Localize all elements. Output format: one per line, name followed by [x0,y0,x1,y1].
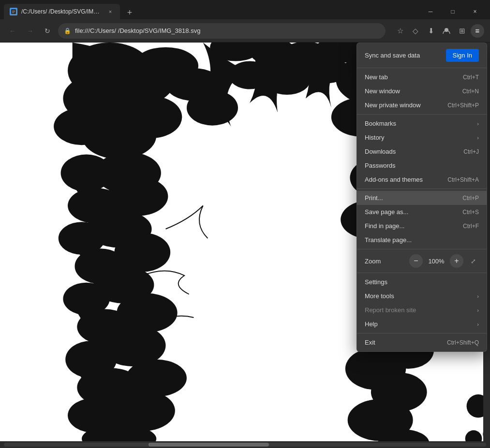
scrollbar-track [4,443,486,447]
passwords-item[interactable]: Passwords [357,159,487,173]
account-icon[interactable] [440,24,453,38]
app-menu-button[interactable]: ≡ [471,24,484,38]
lock-icon: 🔒 [64,28,71,34]
zoom-out-button[interactable]: − [409,254,423,268]
extensions-icon[interactable]: ⊞ [455,24,469,38]
save-page-item[interactable]: Save page as... Ctrl+S [357,205,487,219]
sign-in-button[interactable]: Sign In [446,49,479,62]
browser-frame: /C:/Users/ /Desktop/SVG/IMG... × + ─ □ ×… [0,0,490,448]
help-item[interactable]: Help › [357,317,487,331]
addons-item[interactable]: Add-ons and themes Ctrl+Shift+A [357,173,487,187]
zoom-expand-button[interactable]: ⤢ [467,255,479,267]
close-window-button[interactable]: × [464,4,486,19]
pocket-icon[interactable]: ◇ [409,24,422,38]
print-section: Print... Ctrl+P Save page as... Ctrl+S F… [357,189,487,249]
new-private-window-item[interactable]: New private window Ctrl+Shift+P [357,98,487,112]
sync-section: Sync and save data Sign In [357,43,487,68]
translate-page-item[interactable]: Translate page... [357,233,487,247]
bookmarks-item[interactable]: Bookmarks › [357,116,487,130]
toolbar-icons: ☆ ◇ ⬇ ⊞ ≡ [393,24,484,38]
bookmarks-section: Bookmarks › History › Downloads Ctrl+J P… [357,115,487,189]
tab-favicon [10,8,17,15]
zoom-in-button[interactable]: + [450,254,463,268]
new-tab-item[interactable]: New tab Ctrl+T [357,70,487,84]
exit-section: Exit Ctrl+Shift+Q [357,333,487,351]
find-in-page-item[interactable]: Find in page... Ctrl+F [357,219,487,233]
back-button[interactable]: ← [6,24,19,38]
window-controls: ─ □ × [419,4,486,19]
scrollbar-thumb[interactable] [148,443,269,447]
active-tab[interactable]: /C:/Users/ /Desktop/SVG/IMG... × [4,4,120,19]
new-tab-button[interactable]: + [123,6,136,19]
zoom-section: Zoom − 100% + ⤢ [357,249,487,273]
url-bar[interactable]: 🔒 file:///C:/Users/ /Desktop/SVG/IMG_381… [58,23,386,39]
settings-item[interactable]: Settings [357,275,487,289]
downloads-item[interactable]: Downloads Ctrl+J [357,145,487,159]
horizontal-scrollbar[interactable] [0,441,490,448]
content-area: Sync and save data Sign In New tab Ctrl+… [0,43,490,448]
bookmark-icon[interactable]: ☆ [393,24,407,38]
maximize-button[interactable]: □ [442,4,464,19]
new-window-item[interactable]: New window Ctrl+N [357,84,487,98]
exit-item[interactable]: Exit Ctrl+Shift+Q [357,335,487,349]
more-tools-item[interactable]: More tools › [357,289,487,303]
report-broken-site-item[interactable]: Report broken site › [357,303,487,317]
zoom-label: Zoom [365,258,405,265]
download-icon[interactable]: ⬇ [424,24,438,38]
forward-button[interactable]: → [23,24,37,38]
tab-title: /C:/Users/ /Desktop/SVG/IMG... [21,8,103,15]
settings-section: Settings More tools › Report broken site… [357,273,487,333]
minimize-button[interactable]: ─ [419,4,442,19]
new-tab-section: New tab Ctrl+T New window Ctrl+N New pri… [357,68,487,115]
refresh-button[interactable]: ↻ [41,24,54,38]
zoom-value: 100% [427,258,446,265]
tab-close-button[interactable]: × [106,8,114,15]
address-bar: ← → ↻ 🔒 file:///C:/Users/ /Desktop/SVG/I… [0,19,490,43]
sync-label: Sync and save data [365,52,420,59]
history-item[interactable]: History › [357,130,487,145]
print-item[interactable]: Print... Ctrl+P [357,191,487,205]
dropdown-menu: Sync and save data Sign In New tab Ctrl+… [356,43,487,352]
tab-bar: /C:/Users/ /Desktop/SVG/IMG... × + ─ □ × [0,0,490,19]
zoom-row: Zoom − 100% + ⤢ [357,251,487,271]
svg-point-15 [107,177,168,216]
svg-point-1 [445,28,448,32]
svg-point-19 [114,232,170,272]
url-text: file:///C:/Users/ /Desktop/SVG/IMG_3818.… [75,27,380,34]
